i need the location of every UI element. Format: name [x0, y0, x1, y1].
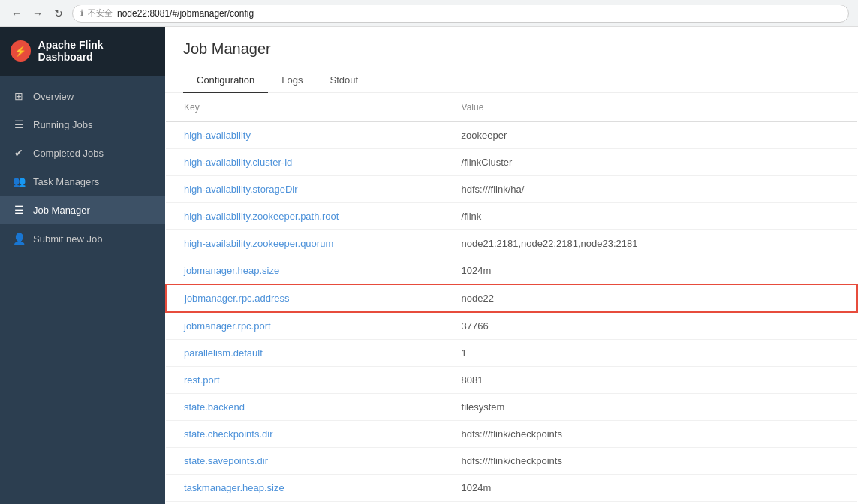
app-container: ⚡ Apache Flink Dashboard ⊞ Overview ☰ Ru…	[0, 27, 858, 504]
value-cell: hdfs:///flink/ha/	[444, 176, 857, 203]
value-column-header: Value	[444, 93, 857, 122]
sidebar-logo: ⚡ Apache Flink Dashboard	[0, 27, 165, 76]
key-cell: rest.port	[166, 367, 444, 394]
value-cell: /flink	[444, 203, 857, 230]
overview-icon: ⊞	[12, 90, 26, 102]
value-cell: 2	[444, 502, 857, 505]
tab-stdout[interactable]: Stdout	[317, 68, 372, 93]
key-cell: parallelism.default	[166, 340, 444, 367]
sidebar-item-label: Task Managers	[33, 176, 99, 188]
url-text: node22:8081/#/jobmanager/config	[117, 8, 254, 19]
table-row: rest.port8081	[166, 367, 857, 394]
key-cell: jobmanager.rpc.port	[166, 312, 444, 340]
task-managers-icon: 👥	[12, 176, 26, 188]
table-row: high-availability.zookeeper.path.root/fl…	[166, 203, 857, 230]
sidebar-nav: ⊞ Overview ☰ Running Jobs ✔ Completed Jo…	[0, 76, 165, 504]
table-area: Key Value high-availabilityzookeeperhigh…	[165, 93, 858, 504]
value-cell: 1	[444, 340, 857, 367]
tab-configuration[interactable]: Configuration	[183, 68, 268, 93]
value-cell: 1024m	[444, 475, 857, 502]
config-table: Key Value high-availabilityzookeeperhigh…	[165, 93, 858, 504]
value-cell: hdfs:///flink/checkpoints	[444, 421, 857, 448]
value-cell: filesystem	[444, 394, 857, 421]
value-cell: zookeeper	[444, 122, 857, 149]
value-cell: 37766	[444, 312, 857, 340]
main-content: Job Manager Configuration Logs Stdout Ke…	[165, 27, 858, 504]
table-row: jobmanager.heap.size1024m	[166, 257, 857, 285]
sidebar-item-running-jobs[interactable]: ☰ Running Jobs	[0, 110, 165, 139]
completed-jobs-icon: ✔	[12, 147, 26, 159]
key-cell: state.backend	[166, 394, 444, 421]
table-row: jobmanager.rpc.port37766	[166, 312, 857, 340]
value-cell: 8081	[444, 367, 857, 394]
sidebar-item-label: Completed Jobs	[33, 148, 104, 159]
address-bar[interactable]: ℹ 不安全 node22:8081/#/jobmanager/config	[72, 4, 849, 22]
table-row: state.backendfilesystem	[166, 394, 857, 421]
page-title: Job Manager	[183, 40, 840, 58]
key-cell: high-availability.zookeeper.path.root	[166, 203, 444, 230]
key-cell: jobmanager.rpc.address	[166, 284, 444, 312]
job-manager-icon: ☰	[12, 204, 26, 216]
running-jobs-icon: ☰	[12, 118, 26, 130]
sidebar-item-task-managers[interactable]: 👥 Task Managers	[0, 167, 165, 196]
table-header-row: Key Value	[166, 93, 857, 122]
security-icon: ℹ	[80, 8, 83, 18]
tabs: Configuration Logs Stdout	[183, 68, 840, 92]
sidebar-item-job-manager[interactable]: ☰ Job Manager	[0, 196, 165, 224]
sidebar-item-submit-new-job[interactable]: 👤 Submit new Job	[0, 224, 165, 253]
key-cell: high-availability.storageDir	[166, 176, 444, 203]
key-column-header: Key	[166, 93, 444, 122]
table-row: high-availabilityzookeeper	[166, 122, 857, 149]
sidebar-item-label: Running Jobs	[33, 119, 93, 130]
forward-button[interactable]: →	[30, 6, 45, 21]
sidebar: ⚡ Apache Flink Dashboard ⊞ Overview ☰ Ru…	[0, 27, 165, 504]
key-cell: state.savepoints.dir	[166, 448, 444, 475]
tab-logs[interactable]: Logs	[268, 68, 316, 93]
value-cell: /flinkCluster	[444, 149, 857, 176]
refresh-button[interactable]: ↻	[51, 6, 66, 21]
sidebar-item-label: Overview	[33, 91, 74, 102]
key-cell: state.checkpoints.dir	[166, 421, 444, 448]
submit-job-icon: 👤	[12, 232, 26, 244]
sidebar-item-label: Submit new Job	[33, 233, 103, 244]
table-row: state.savepoints.dirhdfs:///flink/checkp…	[166, 448, 857, 475]
sidebar-item-label: Job Manager	[33, 205, 90, 216]
key-cell: high-availability.zookeeper.quorum	[166, 230, 444, 257]
key-cell: high-availability	[166, 122, 444, 149]
table-row: taskmanager.numberOfTaskSlots2	[166, 502, 857, 505]
value-cell: node21:2181,node22:2181,node23:2181	[444, 230, 857, 257]
sidebar-item-overview[interactable]: ⊞ Overview	[0, 82, 165, 110]
sidebar-item-completed-jobs[interactable]: ✔ Completed Jobs	[0, 139, 165, 167]
main-header: Job Manager Configuration Logs Stdout	[165, 27, 858, 93]
table-row: taskmanager.heap.size1024m	[166, 475, 857, 502]
value-cell: hdfs:///flink/checkpoints	[444, 448, 857, 475]
back-button[interactable]: ←	[9, 6, 24, 21]
value-cell: 1024m	[444, 257, 857, 285]
table-row: high-availability.storageDirhdfs:///flin…	[166, 176, 857, 203]
sidebar-logo-text: Apache Flink Dashboard	[38, 39, 155, 63]
browser-chrome: ← → ↻ ℹ 不安全 node22:8081/#/jobmanager/con…	[0, 0, 858, 27]
logo-icon: ⚡	[11, 40, 31, 62]
key-cell: high-availability.cluster-id	[166, 149, 444, 176]
table-row: parallelism.default1	[166, 340, 857, 367]
table-row: high-availability.cluster-id/flinkCluste…	[166, 149, 857, 176]
key-cell: taskmanager.heap.size	[166, 475, 444, 502]
security-label: 不安全	[88, 8, 113, 19]
table-row: jobmanager.rpc.addressnode22	[166, 284, 857, 312]
key-cell: taskmanager.numberOfTaskSlots	[166, 502, 444, 505]
table-row: state.checkpoints.dirhdfs:///flink/check…	[166, 421, 857, 448]
value-cell: node22	[444, 284, 857, 312]
table-row: high-availability.zookeeper.quorumnode21…	[166, 230, 857, 257]
key-cell: jobmanager.heap.size	[166, 257, 444, 285]
